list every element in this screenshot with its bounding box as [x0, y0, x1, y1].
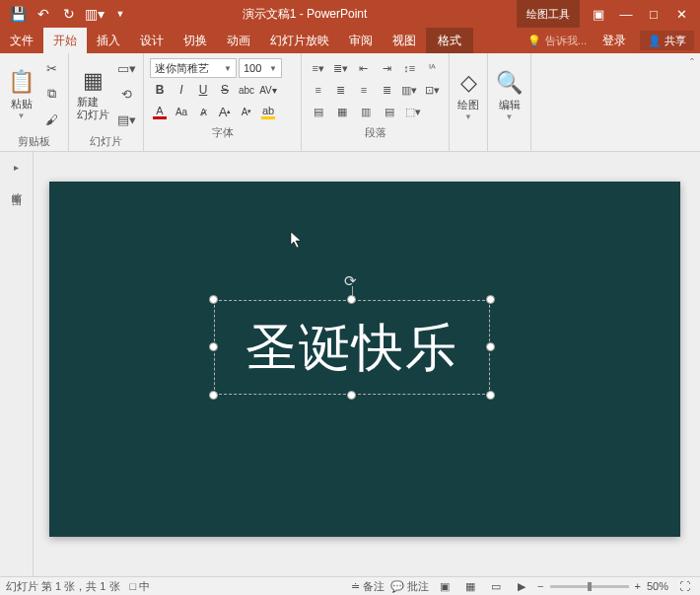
slide-counter[interactable]: 幻灯片 第 1 张，共 1 张 [6, 579, 120, 594]
tell-me-search[interactable]: 💡告诉我... [520, 34, 595, 48]
character-spacing-button[interactable]: AV▾ [258, 80, 278, 100]
tab-insert[interactable]: 插入 [87, 28, 130, 53]
shrink-font-button[interactable]: A▾ [237, 102, 256, 121]
chevron-down-icon: ▼ [265, 64, 277, 73]
selection-border [214, 300, 490, 395]
lightbulb-icon: 💡 [527, 35, 541, 47]
selected-textbox[interactable]: ⟳ 圣诞快乐 [214, 300, 490, 395]
tab-view[interactable]: 视图 [383, 28, 426, 53]
cut-icon[interactable]: ✂ [40, 58, 62, 80]
comments-button[interactable]: 💬 批注 [390, 579, 429, 594]
reading-view-icon[interactable]: ▭ [486, 578, 506, 594]
tab-animations[interactable]: 动画 [217, 28, 260, 53]
thumbnail-panel-collapsed: ▸ 缩略图 [0, 152, 34, 576]
text-highlight-button[interactable]: ab [258, 102, 278, 121]
align-right-button[interactable]: ≡ [353, 80, 374, 100]
font-size-combo[interactable]: 100▼ [239, 58, 282, 78]
format-painter-icon[interactable]: 🖌 [40, 109, 62, 130]
group-editing: 🔍 编辑 ▼ [488, 53, 531, 151]
indent-decrease-button[interactable]: ⇤ [353, 58, 374, 78]
fit-to-window-icon[interactable]: ⛶ [674, 578, 694, 594]
strikethrough-button[interactable]: S [215, 80, 235, 100]
chevron-down-icon: ▼ [464, 112, 472, 121]
convert-smartart-button[interactable]: ⬚▾ [402, 102, 424, 121]
drawing-button[interactable]: ◇ 绘图 ▼ [454, 56, 483, 135]
paste-button[interactable]: 📋 粘贴 ▼ [4, 56, 38, 132]
slide-canvas-area[interactable]: ⟳ 圣诞快乐 [34, 152, 700, 576]
resize-handle[interactable] [486, 295, 495, 304]
minimize-icon[interactable]: — [613, 2, 639, 26]
zoom-slider[interactable] [550, 585, 629, 588]
resize-handle[interactable] [347, 391, 356, 400]
shapes-icon: ◇ [460, 70, 477, 96]
resize-handle[interactable] [486, 342, 495, 351]
bullets-button[interactable]: ≡▾ [308, 58, 328, 78]
qat-customize-icon[interactable]: ▼ [108, 2, 132, 26]
tab-slideshow[interactable]: 幻灯片放映 [260, 28, 339, 53]
zoom-in-button[interactable]: + [635, 580, 641, 592]
tab-format[interactable]: 格式 [426, 28, 473, 53]
share-button[interactable]: 👤共享 [640, 31, 694, 50]
language-indicator[interactable]: □ 中 [130, 579, 151, 594]
tab-home[interactable]: 开始 [43, 28, 87, 53]
resize-handle[interactable] [209, 295, 218, 304]
section-icon[interactable]: ▤▾ [115, 109, 137, 130]
tab-review[interactable]: 审阅 [339, 28, 383, 53]
editing-button[interactable]: 🔍 编辑 ▼ [492, 56, 526, 135]
login-link[interactable]: 登录 [595, 28, 634, 53]
align-center-button[interactable]: ≣ [330, 80, 351, 100]
layout-icon[interactable]: ▭▾ [115, 58, 137, 80]
indent-increase-button[interactable]: ⇥ [377, 58, 397, 78]
new-slide-icon: ▦ [83, 68, 104, 94]
window-title: 演示文稿1 - PowerPoint [132, 6, 517, 23]
undo-icon[interactable]: ↶ [32, 2, 55, 26]
bold-button[interactable]: B [150, 80, 170, 100]
copy-icon[interactable]: ⧉ [40, 83, 62, 105]
resize-handle[interactable] [347, 295, 356, 304]
resize-handle[interactable] [209, 391, 218, 400]
align-text-button[interactable]: ⊡▾ [422, 80, 443, 100]
slideshow-view-icon[interactable]: ▶ [512, 578, 531, 594]
save-icon[interactable]: 💾 [6, 2, 30, 26]
align-left-button[interactable]: ≡ [308, 80, 328, 100]
reset-icon[interactable]: ⟲ [115, 83, 137, 105]
numbering-button[interactable]: ≣▾ [330, 58, 351, 78]
thumbnails-label: 缩略图 [10, 185, 24, 190]
distribute-button[interactable]: ▤ [379, 102, 400, 121]
text-shadow-button[interactable]: abc [237, 80, 256, 100]
underline-button[interactable]: U [193, 80, 213, 100]
zoom-thumb[interactable] [588, 582, 592, 591]
clear-formatting-button[interactable]: A̷ [193, 102, 213, 121]
align-right2[interactable]: ▥ [355, 102, 377, 121]
start-from-beginning-icon[interactable]: ▥▾ [83, 2, 106, 26]
zoom-level[interactable]: 50% [647, 580, 668, 592]
change-case-button[interactable]: Aa [172, 102, 191, 121]
collapse-ribbon-icon[interactable]: ˆ [684, 53, 700, 151]
justify-button[interactable]: ≣ [377, 80, 397, 100]
line-spacing-button[interactable]: ↕≡ [399, 58, 420, 78]
normal-view-icon[interactable]: ▣ [435, 578, 455, 594]
close-icon[interactable]: ✕ [668, 2, 694, 26]
columns-button[interactable]: ▥▾ [399, 80, 420, 100]
grow-font-button[interactable]: A▴ [215, 102, 235, 121]
align-center2[interactable]: ▦ [331, 102, 353, 121]
new-slide-button[interactable]: ▦ 新建 幻灯片 [73, 56, 113, 132]
tab-design[interactable]: 设计 [130, 28, 174, 53]
zoom-out-button[interactable]: − [537, 580, 543, 592]
redo-icon[interactable]: ↻ [57, 2, 81, 26]
italic-button[interactable]: I [172, 80, 191, 100]
slide[interactable]: ⟳ 圣诞快乐 [49, 182, 680, 537]
sorter-view-icon[interactable]: ▦ [460, 578, 480, 594]
font-color-button[interactable]: A [150, 102, 170, 121]
notes-button[interactable]: ≐ 备注 [351, 579, 385, 594]
maximize-icon[interactable]: □ [641, 2, 666, 26]
font-name-combo[interactable]: 迷你简稚艺▼ [150, 58, 237, 78]
resize-handle[interactable] [486, 391, 495, 400]
tab-file[interactable]: 文件 [0, 28, 43, 53]
ribbon-options-icon[interactable]: ▣ [586, 2, 611, 26]
tab-transitions[interactable]: 切换 [174, 28, 217, 53]
text-direction-button[interactable]: ᴵᴬ [422, 58, 443, 78]
resize-handle[interactable] [209, 342, 218, 351]
expand-thumbnails-icon[interactable]: ▸ [10, 158, 23, 177]
align-left2[interactable]: ▤ [308, 102, 329, 121]
